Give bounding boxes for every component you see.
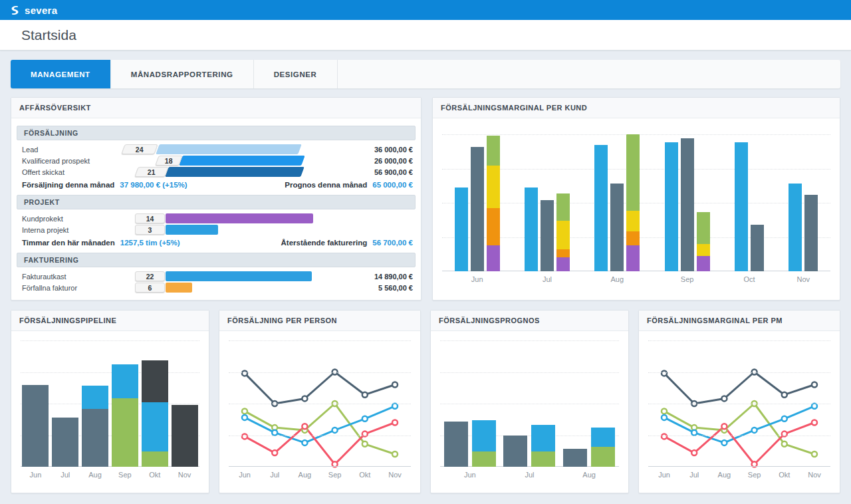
bar-cluster bbox=[594, 134, 640, 271]
bar-segment bbox=[444, 422, 468, 467]
tab-manadsrapportering[interactable]: MÅNADSRAPPORTERING bbox=[111, 60, 254, 88]
value-bar[interactable] bbox=[166, 225, 218, 235]
bar-group: Nov bbox=[789, 134, 818, 286]
bar[interactable] bbox=[22, 340, 49, 467]
bar-row-kundprojekt: Kundprokekt 14 bbox=[11, 213, 421, 224]
chart-gridlines bbox=[648, 340, 830, 467]
bar-zone: 3 bbox=[122, 225, 320, 235]
bar[interactable] bbox=[112, 340, 138, 467]
x-axis-labels: JunJulAugSepOktNov bbox=[229, 467, 411, 481]
bar[interactable] bbox=[472, 340, 496, 467]
bar[interactable] bbox=[681, 134, 694, 271]
bar-cluster bbox=[82, 340, 108, 467]
count-badge: 6 bbox=[135, 283, 165, 293]
summary-label: Timmar den här månaden bbox=[22, 239, 115, 247]
bar[interactable] bbox=[751, 134, 764, 271]
gridline bbox=[229, 436, 411, 436]
bar[interactable] bbox=[556, 134, 570, 271]
bar-segment bbox=[531, 451, 555, 467]
gridline bbox=[229, 340, 411, 341]
summary-value[interactable]: 56 700,00 € bbox=[372, 239, 413, 247]
bar[interactable] bbox=[487, 134, 500, 271]
summary-value[interactable]: 1257,5 tim (+5%) bbox=[120, 239, 180, 247]
bar[interactable] bbox=[626, 134, 640, 271]
bar[interactable] bbox=[52, 340, 78, 467]
x-axis-label: Sep bbox=[328, 467, 342, 481]
funnel-bar-zone: 18 bbox=[122, 156, 320, 166]
x-axis-label: Jul bbox=[689, 467, 699, 481]
value-bar[interactable] bbox=[166, 213, 313, 223]
bar[interactable] bbox=[503, 340, 527, 467]
bar-segment bbox=[471, 147, 484, 271]
chart-forsaljning-per-person: JunJulAugSepOktNov bbox=[229, 340, 411, 481]
count-badge: 18 bbox=[155, 156, 182, 166]
bar-cluster bbox=[455, 134, 500, 271]
bar-segment bbox=[503, 436, 527, 467]
summary-value[interactable]: 65 000,00 € bbox=[372, 181, 413, 189]
project-summary-row: Timmar den här månaden 1257,5 tim (+5%) … bbox=[11, 235, 421, 249]
bar[interactable] bbox=[82, 340, 108, 467]
bar-segment bbox=[172, 405, 198, 467]
bar[interactable] bbox=[525, 134, 538, 271]
count-badge: 21 bbox=[134, 167, 168, 177]
value-bar[interactable] bbox=[166, 283, 192, 293]
value-bar[interactable] bbox=[166, 271, 312, 281]
panel-forsaljningsprognos: FÖRSÄLJNINGSPROGNOS JunJulAug bbox=[430, 310, 629, 493]
bar[interactable] bbox=[172, 340, 198, 467]
panel-title: FÖRSÄLJNINGSPIPELINE bbox=[11, 311, 209, 331]
bar-segment bbox=[52, 418, 78, 467]
row-amount: 36 000,00 € bbox=[320, 146, 413, 154]
bar-segment bbox=[626, 245, 640, 271]
count-badge: 14 bbox=[135, 213, 165, 223]
bar[interactable] bbox=[142, 340, 168, 467]
row-label: Lead bbox=[22, 146, 122, 154]
panel-title: AFFÄRSÖVERSIKT bbox=[11, 98, 421, 118]
bar[interactable] bbox=[789, 134, 802, 271]
tab-designer[interactable]: DESIGNER bbox=[254, 60, 338, 88]
funnel-bar[interactable] bbox=[165, 167, 304, 177]
bar[interactable] bbox=[541, 134, 554, 271]
bar-segment bbox=[681, 138, 694, 271]
funnel-row-lead: Lead 24 36 000,00 € bbox=[11, 144, 421, 155]
funnel-bar[interactable] bbox=[179, 156, 304, 166]
bar-segment bbox=[487, 208, 500, 245]
bar[interactable] bbox=[610, 134, 624, 271]
severa-logo[interactable]: severa bbox=[9, 5, 57, 16]
chart-forsaljningsprognos: JunJulAug bbox=[440, 340, 619, 481]
summary-label: Prognos denna månad bbox=[285, 181, 367, 189]
gridline bbox=[648, 372, 830, 373]
bar-segment bbox=[697, 256, 710, 271]
bar[interactable] bbox=[735, 134, 748, 271]
bar-group: Aug bbox=[563, 340, 615, 481]
bar-segment bbox=[789, 184, 802, 271]
x-axis-label: Sep bbox=[748, 467, 761, 481]
bar[interactable] bbox=[563, 340, 587, 467]
tab-management[interactable]: MANAGEMENT bbox=[11, 60, 111, 88]
bar-segment bbox=[142, 402, 168, 451]
bar-segment bbox=[22, 385, 49, 467]
bar[interactable] bbox=[594, 134, 608, 271]
x-axis-label: Jul bbox=[61, 467, 70, 481]
bar[interactable] bbox=[804, 134, 818, 271]
x-axis-label: Jul bbox=[525, 467, 534, 481]
x-axis-label: Aug bbox=[611, 271, 624, 286]
x-axis-label: Okt bbox=[359, 467, 370, 481]
bar[interactable] bbox=[471, 134, 484, 271]
dashboard-main: AFFÄRSÖVERSIKT FÖRSÄLJNING Lead 24 36 00… bbox=[11, 97, 840, 493]
bar-segment bbox=[697, 212, 710, 243]
bar-segment bbox=[472, 451, 496, 467]
summary-label: Försäljning denna månad bbox=[22, 181, 114, 189]
bar-cluster bbox=[172, 340, 198, 467]
x-axis-label: Nov bbox=[797, 271, 810, 286]
funnel-bar[interactable] bbox=[156, 144, 301, 154]
summary-value[interactable]: 37 980,00 € (+15%) bbox=[120, 181, 187, 189]
bar[interactable] bbox=[697, 134, 710, 271]
bar[interactable] bbox=[444, 340, 468, 467]
bar-cluster bbox=[444, 340, 496, 467]
panel-title: FÖRSÄLJNINGSMARGINAL PER PM bbox=[639, 311, 840, 331]
bar[interactable] bbox=[591, 340, 615, 467]
bar-segment bbox=[626, 231, 640, 245]
bar[interactable] bbox=[455, 134, 468, 271]
bar[interactable] bbox=[665, 134, 678, 271]
bar[interactable] bbox=[531, 340, 555, 467]
